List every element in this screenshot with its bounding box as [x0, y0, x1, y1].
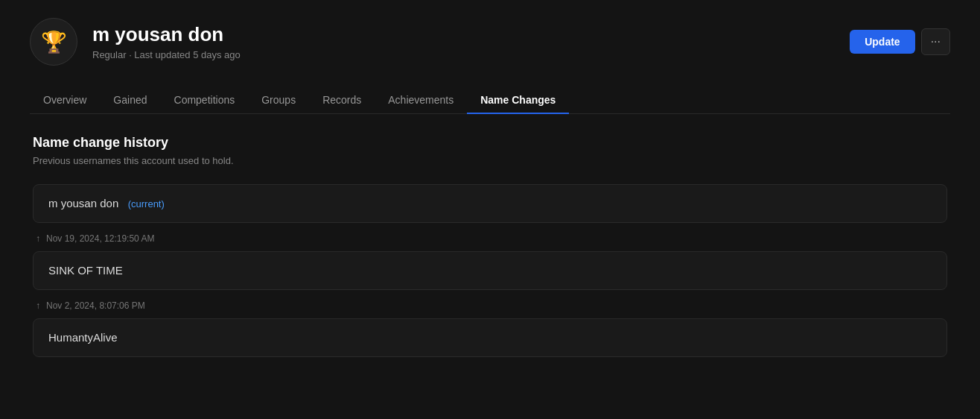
name-entry-current: m yousan don (current) — [33, 184, 947, 223]
username-2: SINK OF TIME — [48, 264, 123, 277]
trophy-icon: 🏆 — [41, 30, 67, 54]
current-badge: (current) — [128, 198, 165, 210]
tab-overview[interactable]: Overview — [30, 86, 100, 113]
name-entry-3: HumantyAlive — [33, 318, 947, 357]
tab-competitions[interactable]: Competitions — [161, 86, 249, 113]
username-current: m yousan don — [48, 197, 118, 210]
name-entry-2: SINK OF TIME — [33, 251, 947, 290]
arrow-up-icon-2: ↑ — [36, 300, 40, 311]
tab-name-changes[interactable]: Name Changes — [467, 86, 569, 113]
page-title: m yousan don — [92, 23, 241, 46]
change-timestamp-1: ↑ Nov 19, 2024, 12:19:50 AM — [33, 226, 947, 251]
avatar: 🏆 — [30, 18, 77, 66]
tab-gained[interactable]: Gained — [100, 86, 160, 113]
username-3: HumantyAlive — [48, 331, 118, 344]
content-section: Name change history Previous usernames t… — [30, 135, 950, 357]
more-options-button[interactable]: ··· — [921, 28, 950, 55]
timestamp-text-2: Nov 2, 2024, 8:07:06 PM — [46, 300, 145, 311]
update-button[interactable]: Update — [850, 30, 914, 54]
section-subtitle: Previous usernames this account used to … — [33, 155, 947, 166]
header-actions: Update ··· — [850, 28, 950, 55]
header-info: m yousan don Regular · Last updated 5 da… — [92, 23, 241, 60]
section-title: Name change history — [33, 135, 947, 151]
arrow-up-icon-1: ↑ — [36, 233, 40, 244]
timestamp-text-1: Nov 19, 2024, 12:19:50 AM — [46, 233, 154, 244]
change-timestamp-2: ↑ Nov 2, 2024, 8:07:06 PM — [33, 293, 947, 318]
nav-tabs: Overview Gained Competitions Groups Reco… — [30, 86, 950, 114]
tab-achievements[interactable]: Achievements — [375, 86, 467, 113]
header-left: 🏆 m yousan don Regular · Last updated 5 … — [30, 18, 241, 66]
subtitle: Regular · Last updated 5 days ago — [92, 49, 241, 60]
tab-records[interactable]: Records — [309, 86, 375, 113]
page-header: 🏆 m yousan don Regular · Last updated 5 … — [30, 18, 950, 66]
tab-groups[interactable]: Groups — [248, 86, 309, 113]
